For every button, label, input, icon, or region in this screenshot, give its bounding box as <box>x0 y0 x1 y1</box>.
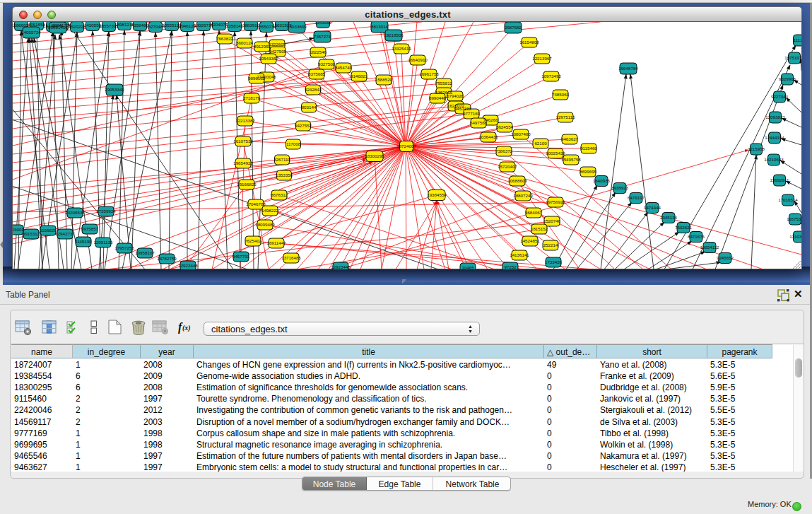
svg-text:7955812: 7955812 <box>435 81 453 86</box>
svg-text:9245652: 9245652 <box>717 255 734 260</box>
svg-text:10025438: 10025438 <box>546 151 565 156</box>
svg-text:2258145: 2258145 <box>226 23 244 28</box>
svg-text:9242843: 9242843 <box>305 87 322 92</box>
svg-text:19654923: 19654923 <box>233 160 253 165</box>
svg-text:9684067: 9684067 <box>525 210 543 215</box>
svg-text:14136141: 14136141 <box>510 252 529 257</box>
svg-text:8699695: 8699695 <box>579 169 597 174</box>
svg-text:6794028: 6794028 <box>447 93 464 98</box>
svg-text:13325419: 13325419 <box>392 46 411 51</box>
svg-text:20691406: 20691406 <box>48 25 68 30</box>
svg-text:117008: 117008 <box>286 141 301 146</box>
svg-text:12942737: 12942737 <box>55 231 75 236</box>
svg-text:14524851: 14524851 <box>520 238 540 243</box>
svg-text:6497568: 6497568 <box>470 120 488 125</box>
svg-text:8990448: 8990448 <box>429 95 447 100</box>
svg-text:11126: 11126 <box>794 37 801 42</box>
svg-text:15692911: 15692911 <box>770 177 789 182</box>
svg-text:(x): (x) <box>182 324 191 332</box>
svg-text:7357274: 7357274 <box>314 34 331 39</box>
svg-text:16648784: 16648784 <box>618 66 638 71</box>
svg-text:8204075: 8204075 <box>211 22 228 27</box>
svg-text:1156829: 1156829 <box>40 228 57 233</box>
svg-text:10973493: 10973493 <box>541 74 561 78</box>
svg-text:10654112: 10654112 <box>700 245 719 250</box>
svg-text:16782759: 16782759 <box>157 256 177 261</box>
svg-text:1167531: 1167531 <box>787 216 801 221</box>
svg-text:20206536: 20206536 <box>65 210 85 215</box>
svg-text:8938923: 8938923 <box>611 185 629 190</box>
svg-text:3624554: 3624554 <box>496 124 514 129</box>
svg-text:10465: 10465 <box>461 265 474 269</box>
svg-text:12923448: 12923448 <box>331 264 351 269</box>
svg-text:18724007: 18724007 <box>396 144 416 148</box>
svg-text:10543362: 10543362 <box>259 56 278 61</box>
svg-text:29053346: 29053346 <box>105 87 124 92</box>
svg-text:12093823: 12093823 <box>765 115 785 119</box>
svg-text:8454749: 8454749 <box>335 65 353 70</box>
svg-text:8471676: 8471676 <box>688 234 705 239</box>
svg-text:17359924: 17359924 <box>96 209 116 214</box>
svg-text:7632621: 7632621 <box>675 225 693 230</box>
svg-text:19384554: 19384554 <box>427 192 447 197</box>
svg-text:5322605: 5322605 <box>269 42 286 47</box>
svg-text:97252: 97252 <box>504 264 517 269</box>
svg-text:9327508: 9327508 <box>318 62 336 66</box>
svg-text:16640910: 16640910 <box>408 57 428 62</box>
svg-text:3343959: 3343959 <box>314 22 332 25</box>
svg-text:1520746: 1520746 <box>543 218 561 223</box>
svg-text:13716485: 13716485 <box>281 255 301 260</box>
svg-text:9329966: 9329966 <box>779 76 796 81</box>
svg-text:18807249: 18807249 <box>513 193 533 198</box>
svg-text:1640935: 1640935 <box>593 178 611 183</box>
svg-text:9451123: 9451123 <box>454 106 471 111</box>
svg-text:15751074: 15751074 <box>784 55 801 60</box>
svg-text:17046788: 17046788 <box>246 201 266 206</box>
svg-text:2620223: 2620223 <box>69 24 86 29</box>
svg-text:10958107: 10958107 <box>135 250 155 255</box>
svg-text:1588520: 1588520 <box>375 77 393 82</box>
svg-text:8813014: 8813014 <box>371 24 389 29</box>
svg-text:12213382: 12213382 <box>235 118 255 123</box>
svg-text:3267110: 3267110 <box>273 157 290 162</box>
svg-text:8678312: 8678312 <box>271 192 288 197</box>
svg-text:9427552: 9427552 <box>295 123 312 128</box>
svg-text:16033809: 16033809 <box>287 24 307 29</box>
svg-text:9227343: 9227343 <box>771 94 789 99</box>
svg-text:252214: 252214 <box>543 243 558 247</box>
svg-text:12951135: 12951135 <box>93 240 113 245</box>
svg-text:12923448: 12923448 <box>178 263 198 268</box>
svg-text:12444194: 12444194 <box>765 135 784 140</box>
svg-text:16107533: 16107533 <box>233 139 253 144</box>
svg-text:18099489: 18099489 <box>255 222 275 227</box>
svg-text:15720407: 15720407 <box>498 164 517 169</box>
svg-text:12975115: 12975115 <box>555 115 575 119</box>
svg-text:1733426: 1733426 <box>545 259 563 264</box>
svg-text:9896162: 9896162 <box>248 76 266 81</box>
svg-text:14055724: 14055724 <box>21 30 41 35</box>
svg-text:3215958: 3215958 <box>748 146 765 151</box>
svg-text:12103054: 12103054 <box>789 234 801 239</box>
svg-text:17957253: 17957253 <box>114 245 134 250</box>
svg-text:2687682: 2687682 <box>505 25 522 30</box>
svg-text:1145190: 1145190 <box>75 239 92 244</box>
svg-text:1498222: 1498222 <box>261 208 279 213</box>
svg-text:803144: 803144 <box>302 105 317 110</box>
svg-text:7663822: 7663822 <box>216 36 234 41</box>
svg-text:10688609: 10688609 <box>507 178 527 183</box>
svg-text:9777169: 9777169 <box>463 111 481 116</box>
svg-text:3915312: 3915312 <box>23 231 40 236</box>
svg-text:1353356: 1353356 <box>276 173 293 177</box>
svg-text:6479197: 6479197 <box>628 195 645 200</box>
svg-text:19166825: 19166825 <box>237 182 257 187</box>
svg-text:10210643: 10210643 <box>764 157 784 162</box>
svg-text:17016514: 17016514 <box>778 197 798 202</box>
svg-text:2935134: 2935134 <box>660 215 678 220</box>
svg-text:9975857: 9975857 <box>81 226 99 231</box>
svg-text:12213967: 12213967 <box>532 56 552 61</box>
svg-text:16911447: 16911447 <box>266 240 286 245</box>
svg-text:16154808: 16154808 <box>519 40 539 45</box>
svg-text:2718179: 2718179 <box>243 95 261 100</box>
svg-text:3660124: 3660124 <box>236 40 254 45</box>
svg-text:9474444: 9474444 <box>644 205 661 210</box>
